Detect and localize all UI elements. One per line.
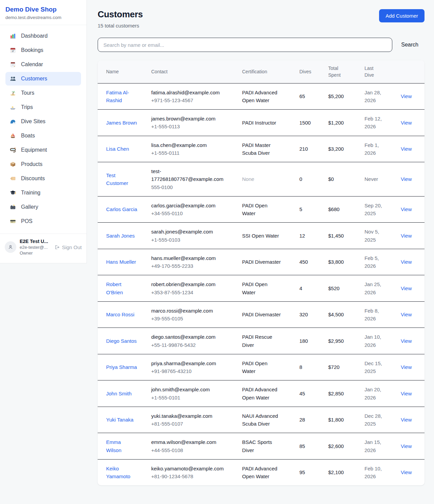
customer-certification: PADI Open Water (242, 359, 281, 375)
customer-name-link[interactable]: Sarah Jones (106, 232, 135, 240)
view-customer-link[interactable]: View (401, 338, 412, 344)
customer-name-link[interactable]: Fatima Al-Rashid (106, 89, 137, 105)
shop-domain: demo.test.divestreams.com (5, 15, 81, 20)
customer-total-spent-cell: $520 (324, 275, 360, 302)
customer-name-link[interactable]: John Smith (106, 390, 132, 397)
sidebar-item-label: Bookings (21, 47, 43, 53)
main-content: Customers 15 total customers Add Custome… (87, 0, 434, 496)
search-input[interactable] (98, 38, 392, 52)
customer-email: marco.rossi@example.com (151, 307, 226, 315)
page-title-block: Customers 15 total customers (98, 9, 143, 29)
sidebar-item-gallery[interactable]: Gallery (5, 200, 81, 214)
customer-total-spent-cell: $1,450 (324, 223, 360, 249)
view-customer-link[interactable]: View (401, 417, 412, 423)
user-panel: E2E Test U... e2e-tester@... Owner Sign … (0, 234, 86, 262)
sidebar-item-training[interactable]: Training (5, 186, 81, 200)
customer-certification-cell: PADI Master Scuba Diver (238, 136, 295, 162)
customer-name-link[interactable]: Marco Rossi (106, 311, 134, 318)
customer-certification: BSAC Sports Diver (242, 438, 281, 454)
sidebar-item-equipment[interactable]: Equipment (5, 143, 81, 157)
view-customer-link[interactable]: View (401, 469, 412, 475)
view-customer-link[interactable]: View (401, 176, 412, 182)
view-customer-link[interactable]: View (401, 233, 412, 239)
view-customer-link[interactable]: View (401, 259, 412, 265)
customer-view-cell: View (397, 162, 425, 197)
customer-certification-cell: NAUI Advanced Scuba Diver (238, 407, 295, 433)
customer-name-link[interactable]: Hans Mueller (106, 258, 136, 266)
customer-name-link[interactable]: Robert O'Brien (106, 280, 137, 296)
customer-last-dive-cell: Feb 12, 2026 (360, 110, 397, 136)
customer-last-dive: Feb 1, 2026 (364, 141, 384, 157)
customer-certification-cell: PADI Divemaster (238, 249, 295, 275)
view-customer-link[interactable]: View (401, 93, 412, 99)
customer-certification: PADI Divemaster (242, 311, 281, 318)
table-row: Keiko Yamamotokeiko.yamamoto@example.com… (98, 459, 425, 485)
view-customer-link[interactable]: View (401, 206, 412, 212)
customer-name-link[interactable]: Keiko Yamamoto (106, 465, 137, 481)
customer-view-cell: View (397, 328, 425, 354)
dive-mask-icon (9, 147, 16, 153)
sidebar-item-trips[interactable]: Trips (5, 100, 81, 114)
customer-name-link[interactable]: James Brown (106, 119, 137, 127)
customer-name-link[interactable]: Diego Santos (106, 337, 137, 345)
customer-contact-cell: fatima.alrashid@example.com+971-55-123-4… (147, 83, 238, 110)
shop-name: Demo Dive Shop (5, 6, 81, 13)
customer-email: sarah.jones@example.com (151, 228, 226, 236)
customer-view-cell: View (397, 275, 425, 302)
customer-contact-cell: hans.mueller@example.com+49-170-555-2233 (147, 249, 238, 275)
customer-dives-cell: 12 (295, 223, 324, 249)
page-title: Customers (98, 9, 143, 20)
sidebar-item-bookings[interactable]: 17 Bookings (5, 43, 81, 57)
view-customer-link[interactable]: View (401, 312, 412, 317)
customer-certification-cell: PADI Advanced Open Water (238, 83, 295, 110)
view-customer-link[interactable]: View (401, 391, 412, 396)
customer-email: emma.wilson@example.com (151, 438, 226, 446)
sidebar-item-label: Dashboard (21, 33, 47, 39)
customer-last-dive-cell: Feb 1, 2026 (360, 136, 397, 162)
table-header: Name Contact Certification Dives Total S… (98, 60, 425, 83)
sidebar-item-dive-sites[interactable]: Dive Sites (5, 115, 81, 128)
customer-total-spent-cell: $1,800 (324, 407, 360, 433)
customer-name-cell: John Smith (98, 380, 147, 407)
sidebar-item-customers[interactable]: Customers (5, 72, 81, 86)
user-info: E2E Test U... e2e-tester@... Owner (20, 239, 51, 256)
customer-name-link[interactable]: Carlos Garcia (106, 205, 137, 213)
search-button[interactable]: Search (392, 42, 425, 48)
customer-phone: +34-555-0110 (151, 209, 234, 217)
sidebar-item-discounts[interactable]: Discounts (5, 172, 81, 185)
view-customer-link[interactable]: View (401, 120, 412, 126)
customer-name-link[interactable]: Yuki Tanaka (106, 416, 134, 424)
view-customer-link[interactable]: View (401, 364, 412, 370)
sidebar-item-products[interactable]: Products (5, 157, 81, 171)
customer-email: john.smith@example.com (151, 386, 226, 393)
calendar-pad-icon (9, 61, 16, 68)
customer-name-link[interactable]: Test Customer (106, 171, 137, 187)
calendar-date-icon: 17 (9, 47, 16, 54)
brand-block: Demo Dive Shop demo.test.divestreams.com (0, 0, 86, 25)
sidebar-item-pos[interactable]: POS (5, 214, 81, 228)
sign-out-button[interactable]: Sign Out (54, 244, 82, 250)
customer-table-body: Fatima Al-Rashidfatima.alrashid@example.… (98, 83, 425, 485)
table-row: Lisa Chenlisa.chen@example.com+1-555-011… (98, 136, 425, 162)
sidebar-item-tours[interactable]: Tours (5, 86, 81, 100)
view-customer-link[interactable]: View (401, 146, 412, 152)
customer-phone: +91-98765-43210 (151, 367, 234, 375)
customer-email: hans.mueller@example.com (151, 254, 226, 262)
customer-last-dive-cell: Jan 15, 2026 (360, 433, 397, 460)
sidebar-item-calendar[interactable]: Calendar (5, 58, 81, 71)
customer-name-cell: Test Customer (98, 162, 147, 197)
customer-name-link[interactable]: Emma Wilson (106, 438, 137, 454)
customer-name-link[interactable]: Priya Sharma (106, 363, 137, 371)
view-customer-link[interactable]: View (401, 285, 412, 291)
table-row: Yuki Tanakayuki.tanaka@example.com+81-55… (98, 407, 425, 433)
sidebar-item-dashboard[interactable]: Dashboard (5, 29, 81, 43)
customer-certification-cell: PADI Open Water (238, 354, 295, 380)
table-row: Diego Santosdiego.santos@example.com+55-… (98, 328, 425, 354)
view-customer-link[interactable]: View (401, 443, 412, 449)
add-customer-button[interactable]: Add Customer (379, 9, 425, 22)
avatar (5, 241, 16, 253)
customer-name-link[interactable]: Lisa Chen (106, 145, 129, 153)
sidebar-item-boats[interactable]: Boats (5, 129, 81, 143)
customer-email: james.brown@example.com (151, 115, 226, 123)
table-row: Emma Wilsonemma.wilson@example.com+44-55… (98, 433, 425, 460)
